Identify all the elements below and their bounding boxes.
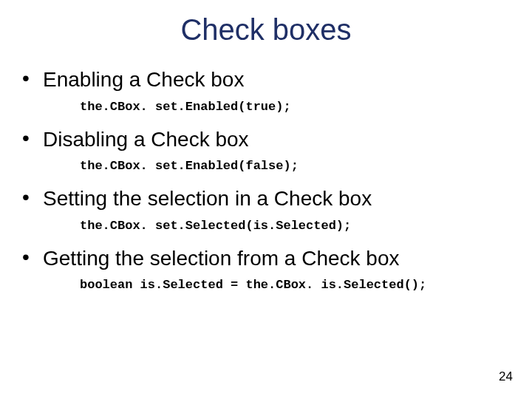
code-line: boolean is.Selected = the.CBox. is.Selec… [80,278,510,292]
page-number: 24 [499,369,513,384]
list-item: • Disabling a Check box the.CBox. set.En… [22,127,510,174]
bullet-row: • Enabling a Check box [22,67,510,92]
list-item: • Getting the selection from a Check box… [22,246,510,293]
bullet-heading: Setting the selection in a Check box [43,186,372,211]
code-line: the.CBox. set.Selected(is.Selected); [80,219,510,233]
bullet-list: • Enabling a Check box the.CBox. set.Ena… [22,67,510,292]
bullet-icon: • [22,187,43,208]
slide-title: Check boxes [22,13,510,47]
bullet-row: • Disabling a Check box [22,127,510,152]
bullet-icon: • [22,247,43,267]
bullet-heading: Enabling a Check box [43,67,244,92]
bullet-icon: • [22,128,43,149]
bullet-heading: Disabling a Check box [43,127,249,152]
list-item: • Enabling a Check box the.CBox. set.Ena… [22,67,510,114]
bullet-heading: Getting the selection from a Check box [43,246,399,271]
bullet-row: • Getting the selection from a Check box [22,246,510,271]
code-line: the.CBox. set.Enabled(true); [80,100,510,114]
bullet-row: • Setting the selection in a Check box [22,186,510,211]
code-line: the.CBox. set.Enabled(false); [80,159,510,173]
slide: Check boxes • Enabling a Check box the.C… [0,0,532,399]
list-item: • Setting the selection in a Check box t… [22,186,510,233]
bullet-icon: • [22,68,43,89]
